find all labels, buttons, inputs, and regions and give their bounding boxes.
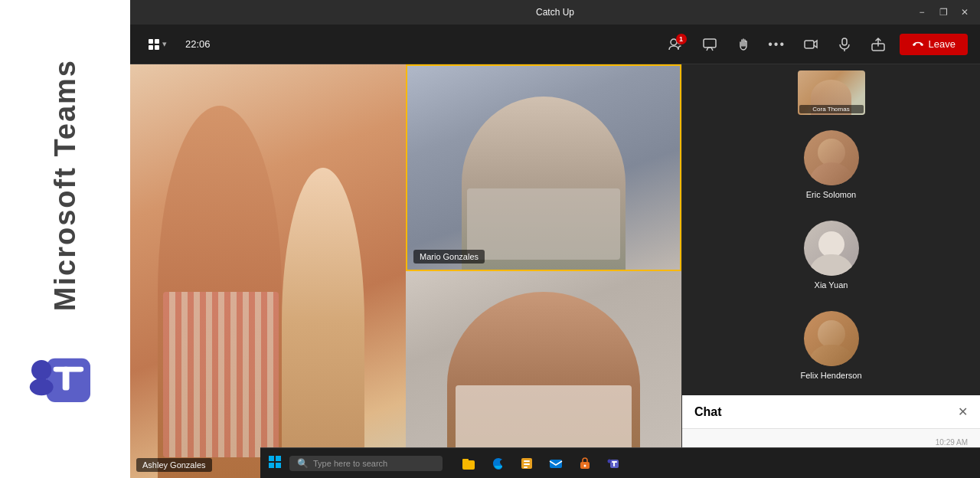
leave-button[interactable]: Leave xyxy=(900,34,968,55)
taskbar-app-edge[interactable] xyxy=(487,453,508,474)
mic-icon xyxy=(837,37,852,52)
svg-rect-14 xyxy=(276,456,281,461)
camera-button[interactable] xyxy=(799,32,823,57)
title-bar: Catch Up − ❐ ✕ xyxy=(130,0,980,25)
felix-name: Felix Henderson xyxy=(800,371,861,380)
reactions-button[interactable] xyxy=(731,32,756,57)
svg-rect-8 xyxy=(805,41,814,48)
taskbar-search-icon: 🔍 xyxy=(297,458,309,469)
chat-title: Chat xyxy=(694,405,722,419)
taskbar: 🔍 Type here to search xyxy=(260,447,980,478)
taskbar-search-text: Type here to search xyxy=(313,459,387,468)
teams-window: Catch Up − ❐ ✕ ▾ 22:06 xyxy=(130,0,980,478)
cora-thumbnail: Cora Thomas xyxy=(798,70,865,115)
chat-header: Chat ✕ xyxy=(682,395,980,429)
grid-icon xyxy=(149,39,159,50)
ashley-name-tag: Ashley Gonzales xyxy=(136,458,212,472)
participant-eric[interactable]: Eric Solomon xyxy=(798,121,865,208)
taskbar-app-teams[interactable] xyxy=(603,453,625,474)
mario-name-label: Mario Gonzales xyxy=(420,252,479,261)
security-icon xyxy=(577,456,593,471)
taskbar-apps xyxy=(458,453,625,474)
meeting-time: 22:06 xyxy=(185,38,211,50)
right-panel: Cora Thomas Eric Solomon xyxy=(681,64,980,478)
video-grid: Ashley Gonzales Mario Gonzales xyxy=(130,64,681,478)
toolbar-right: 1 ••• xyxy=(664,32,968,57)
svg-point-29 xyxy=(608,459,612,463)
participant-xia[interactable]: Xia Yuan xyxy=(798,211,865,299)
svg-rect-23 xyxy=(550,460,562,468)
svg-rect-2 xyxy=(63,366,70,390)
leave-phone-icon xyxy=(912,38,924,51)
teams-logo-icon xyxy=(23,335,107,419)
teams-taskbar-icon xyxy=(606,456,622,471)
restore-button[interactable]: ❐ xyxy=(937,7,949,18)
svg-point-25 xyxy=(584,464,586,467)
svg-rect-9 xyxy=(842,38,847,45)
taskbar-app-files[interactable] xyxy=(516,453,537,474)
xia-name: Xia Yuan xyxy=(815,280,848,290)
chat-close-button[interactable]: ✕ xyxy=(958,404,968,419)
taskbar-app-explorer[interactable] xyxy=(458,453,479,474)
hand-raise-icon xyxy=(736,37,751,52)
share-button[interactable] xyxy=(866,32,890,57)
mail-icon xyxy=(548,456,564,471)
svg-rect-20 xyxy=(524,460,530,462)
svg-rect-18 xyxy=(462,459,469,462)
svg-rect-28 xyxy=(613,461,615,467)
svg-rect-15 xyxy=(269,463,274,468)
share-icon xyxy=(871,37,886,52)
svg-rect-7 xyxy=(704,39,716,47)
taskbar-app-mail[interactable] xyxy=(545,453,567,474)
files-icon xyxy=(519,456,534,471)
participants-panel: Cora Thomas Eric Solomon xyxy=(682,64,980,395)
msg1-time: 10:29 AM xyxy=(793,438,968,447)
branding-panel: Microsoft Teams xyxy=(0,0,130,478)
participants-button[interactable]: 1 xyxy=(664,32,688,57)
toolbar-left: ▾ 22:06 xyxy=(142,36,211,53)
more-options-button[interactable]: ••• xyxy=(765,32,789,57)
svg-rect-22 xyxy=(524,467,528,468)
edge-icon xyxy=(490,456,505,471)
explorer-icon xyxy=(461,456,476,471)
eric-avatar xyxy=(804,130,859,185)
meeting-content: Ashley Gonzales Mario Gonzales xyxy=(130,64,980,478)
camera-icon xyxy=(803,37,818,52)
video-tile-ashley: Ashley Gonzales xyxy=(130,64,406,478)
participant-felix[interactable]: Felix Henderson xyxy=(794,302,867,389)
felix-avatar xyxy=(804,311,859,366)
chat-button[interactable] xyxy=(697,32,722,57)
svg-point-3 xyxy=(31,360,51,380)
window-title: Catch Up xyxy=(536,7,574,18)
svg-rect-13 xyxy=(269,456,274,461)
mario-name-tag: Mario Gonzales xyxy=(413,250,485,264)
svg-rect-16 xyxy=(276,463,281,468)
cora-name-label: Cora Thomas xyxy=(799,105,864,113)
video-tile-mario: Mario Gonzales xyxy=(406,64,681,271)
xia-avatar xyxy=(804,221,859,276)
taskbar-app-security[interactable] xyxy=(574,453,596,474)
chevron-down-icon: ▾ xyxy=(162,39,167,49)
close-button[interactable]: ✕ xyxy=(959,7,971,18)
svg-point-4 xyxy=(30,378,54,395)
svg-rect-21 xyxy=(524,463,530,465)
meeting-toolbar: ▾ 22:06 1 xyxy=(130,25,980,64)
chat-icon xyxy=(702,37,717,52)
start-button[interactable] xyxy=(268,455,282,472)
ashley-name-label: Ashley Gonzales xyxy=(142,460,206,470)
participants-badge: 1 xyxy=(676,34,687,44)
ellipsis-icon: ••• xyxy=(768,38,786,51)
brand-title: Microsoft Teams xyxy=(49,59,82,311)
minimize-button[interactable]: − xyxy=(916,7,928,18)
window-controls: − ❐ ✕ xyxy=(916,7,971,18)
grid-layout-button[interactable]: ▾ xyxy=(142,36,173,53)
windows-logo-icon xyxy=(268,455,282,469)
mic-button[interactable] xyxy=(832,32,857,57)
taskbar-search-box[interactable]: 🔍 Type here to search xyxy=(289,456,443,471)
leave-label: Leave xyxy=(929,38,956,50)
eric-name: Eric Solomon xyxy=(806,190,856,199)
